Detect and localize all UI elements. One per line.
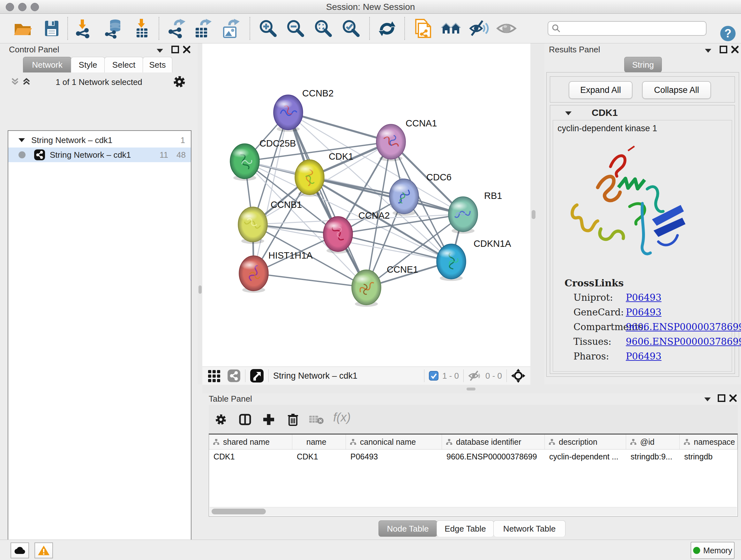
crosslink-tissues-link[interactable]: 9606.ENSP00000378699 [626,336,741,347]
network-row-selected[interactable]: String Network – cdk1 11 48 [8,147,191,162]
table-cell[interactable]: cyclin-dependent ... [545,449,626,464]
export-network-icon[interactable] [165,18,186,39]
control-panel-close-icon[interactable] [183,45,191,54]
birdseye-view-icon[interactable] [250,369,264,383]
zoom-selected-icon[interactable] [341,18,361,39]
collapse-all-networks-icon[interactable] [10,77,20,86]
column-header-namespace[interactable]: namespace [680,435,738,449]
table-panel-float-icon[interactable] [703,396,712,402]
home-pages-icon[interactable] [441,18,461,39]
refresh-icon[interactable] [377,18,397,39]
table-gear-icon[interactable] [214,413,227,426]
node-CDC25B[interactable]: CDC25B [230,138,296,181]
zoom-fit-icon[interactable] [313,18,333,39]
delete-table-icon-disabled [309,415,324,425]
hide-selected-eye-icon[interactable] [468,18,489,39]
node-HIST1H1A[interactable]: HIST1H1A [239,250,313,293]
control-panel-maximize-icon[interactable] [171,45,179,54]
table-cell[interactable]: stringdb [680,449,738,464]
zoom-in-icon[interactable] [258,18,278,39]
column-header-shared-name[interactable]: shared name [209,435,292,449]
crosslink-genecard-link[interactable]: P06493 [626,307,662,318]
splitter-handle[interactable] [467,388,475,390]
column-header-@id[interactable]: @id [626,435,680,449]
tab-edge-table[interactable]: Edge Table [436,520,494,537]
column-header-database-identifier[interactable]: database identifier [442,435,545,449]
table-cell[interactable]: stringdb:9... [626,449,680,464]
table-cell[interactable]: 9606.ENSP00000378699 [442,449,545,464]
crosslink-uniprot-link[interactable]: P06493 [626,292,662,303]
edge-HIST1H1A-CCNE1[interactable] [254,273,366,287]
selected-checkbox-icon[interactable] [429,371,439,381]
save-session-icon[interactable] [41,18,62,39]
splitter-handle[interactable] [532,210,536,219]
string-network-graph[interactable]: CCNB2CCNA1CDC25BCDK1CDC6RB1CCNB1CCNA2CDK… [202,44,530,367]
table-panel-close-icon[interactable] [729,394,737,402]
column-header-description[interactable]: description [545,435,626,449]
crosslink-compartments-link[interactable]: 9606.ENSP00000378699 [626,321,741,332]
node-CCNA2[interactable]: CCNA2 [323,210,390,253]
tab-network-table[interactable]: Network Table [493,520,565,537]
memory-button[interactable]: Memory [690,542,735,559]
export-table-icon[interactable] [192,18,212,39]
open-session-icon[interactable] [12,18,32,39]
node-CCNB2[interactable]: CCNB2 [273,88,333,132]
collection-expand-icon[interactable] [18,137,25,143]
network-options-gear-icon[interactable] [172,75,186,89]
grid-view-icon[interactable] [207,369,221,383]
export-image-icon[interactable] [220,18,240,39]
network-canvas[interactable]: CCNB2CCNA1CDC25BCDK1CDC6RB1CCNB1CCNA2CDK… [202,44,530,367]
table-cell[interactable]: CDK1 [209,449,292,464]
string-share-icon[interactable] [227,369,241,382]
scrollbar-thumb[interactable] [212,509,266,514]
results-panel-maximize-icon[interactable] [719,45,728,54]
network-collection-row[interactable]: String Network – cdk1 1 [8,133,191,147]
import-table-icon[interactable] [131,18,152,39]
results-panel-close-icon[interactable] [731,45,739,54]
collapse-all-button[interactable]: Collapse All [642,81,711,99]
node-label-CDKN1A: CDKN1A [474,239,511,249]
add-column-icon[interactable] [262,413,275,426]
tab-string-results[interactable]: String [624,57,662,72]
node-CDKN1A[interactable]: CDKN1A [436,239,511,281]
node-CCNB1[interactable]: CCNB1 [238,199,302,244]
column-header-canonical-name[interactable]: canonical name [346,435,442,449]
expand-all-button[interactable]: Expand All [569,81,632,99]
node-CCNE1[interactable]: CCNE1 [352,264,418,307]
tab-style[interactable]: Style [71,57,105,72]
tab-select[interactable]: Select [105,57,143,72]
edge-CDK1-RB1[interactable] [310,177,463,214]
zoom-out-icon[interactable] [285,18,306,39]
warnings-button[interactable] [35,543,53,558]
table-cell[interactable]: P06493 [346,449,442,464]
node-table[interactable]: shared nameCDK1nameCDK1canonical nameP06… [209,434,738,516]
cloud-status-button[interactable] [10,543,29,558]
help-icon[interactable]: ? [720,25,736,42]
tab-network[interactable]: Network [23,57,71,72]
node-CCNA1[interactable]: CCNA1 [376,118,437,161]
table-horizontal-scrollbar[interactable] [210,507,737,516]
results-panel-float-icon[interactable] [704,47,712,54]
import-database-icon[interactable] [103,18,124,39]
search-input[interactable] [548,21,706,36]
string-document-icon[interactable] [413,18,434,39]
control-panel-float-icon[interactable] [156,47,164,54]
tab-node-table[interactable]: Node Table [379,520,437,537]
table-panel-maximize-icon[interactable] [718,394,726,402]
expand-all-networks-icon[interactable] [22,77,31,86]
delete-column-icon[interactable] [286,413,299,427]
splitter-handle[interactable] [199,286,202,294]
import-network-icon[interactable] [72,18,93,39]
column-type-icon [446,439,452,445]
node-RB1[interactable]: RB1 [448,191,502,234]
show-columns-icon[interactable] [239,413,252,426]
column-header-name[interactable]: name [292,435,346,449]
function-builder-icon: f(x) [333,411,351,424]
gene-collapse-icon[interactable] [564,110,572,116]
crosslink-pharos-link[interactable]: P06493 [626,351,662,362]
table-cell[interactable]: CDK1 [292,449,346,464]
tab-sets[interactable]: Sets [143,57,172,72]
edge-CCNB2-HIST1H1A[interactable] [254,112,288,273]
fit-content-crosshair-icon[interactable] [511,369,525,383]
vertical-splitter-left[interactable] [198,44,202,384]
